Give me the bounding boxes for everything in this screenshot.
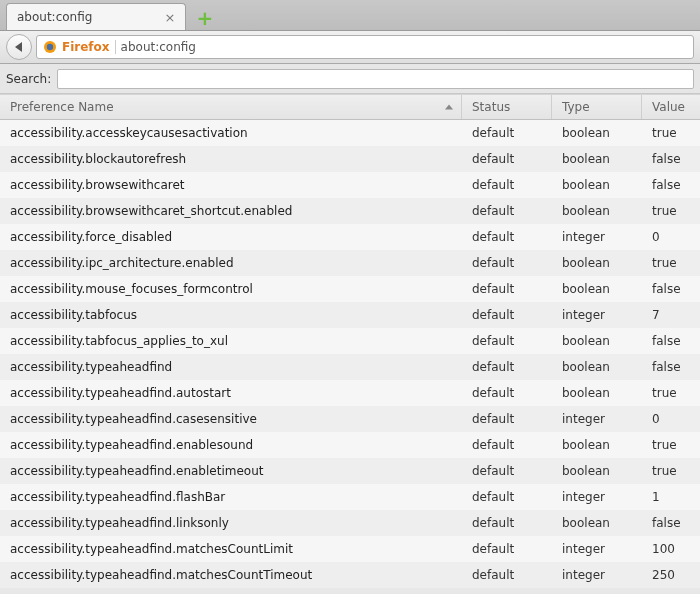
cell-value: false xyxy=(642,152,700,166)
url-bar[interactable]: Firefox about:config xyxy=(36,35,694,59)
table-row[interactable]: accessibility.typeaheadfinddefaultboolea… xyxy=(0,354,700,380)
table-header: Preference Name Status Type Value xyxy=(0,94,700,120)
cell-value: false xyxy=(642,360,700,374)
column-header-type-label: Type xyxy=(562,100,590,114)
cell-status: default xyxy=(462,126,552,140)
table-row[interactable]: accessibility.typeaheadfind.linksonlydef… xyxy=(0,510,700,536)
table-row[interactable]: accessibility.tabfocusdefaultinteger7 xyxy=(0,302,700,328)
back-arrow-icon xyxy=(15,42,22,52)
cell-type: integer xyxy=(552,542,642,556)
cell-type: integer xyxy=(552,230,642,244)
cell-type: integer xyxy=(552,308,642,322)
table-row[interactable]: accessibility.browsewithcaret_shortcut.e… xyxy=(0,198,700,224)
cell-value: 7 xyxy=(642,308,700,322)
cell-type: boolean xyxy=(552,464,642,478)
cell-name: accessibility.ipc_architecture.enabled xyxy=(0,256,462,270)
cell-status: default xyxy=(462,230,552,244)
browser-tab[interactable]: about:config × xyxy=(6,3,186,30)
cell-status: default xyxy=(462,152,552,166)
cell-value: true xyxy=(642,204,700,218)
cell-name: accessibility.tabfocus_applies_to_xul xyxy=(0,334,462,348)
cell-name: accessibility.typeaheadfind xyxy=(0,360,462,374)
table-row[interactable]: accessibility.accesskeycausesactivationd… xyxy=(0,120,700,146)
column-header-status[interactable]: Status xyxy=(462,95,552,119)
search-row: Search: xyxy=(0,64,700,94)
cell-value: false xyxy=(642,282,700,296)
cell-type: boolean xyxy=(552,204,642,218)
cell-status: default xyxy=(462,386,552,400)
cell-type: boolean xyxy=(552,386,642,400)
cell-type: boolean xyxy=(552,360,642,374)
cell-type: boolean xyxy=(552,256,642,270)
table-row[interactable]: accessibility.browsewithcaretdefaultbool… xyxy=(0,172,700,198)
cell-status: default xyxy=(462,256,552,270)
new-tab-button[interactable]: + xyxy=(192,6,218,30)
cell-name: accessibility.tabfocus xyxy=(0,308,462,322)
identity-label: Firefox xyxy=(62,40,110,54)
cell-value: true xyxy=(642,126,700,140)
close-tab-icon[interactable]: × xyxy=(163,10,177,24)
cell-status: default xyxy=(462,568,552,582)
nav-toolbar: Firefox about:config xyxy=(0,31,700,64)
cell-value: false xyxy=(642,334,700,348)
cell-value: 0 xyxy=(642,412,700,426)
tab-title: about:config xyxy=(17,10,163,24)
cell-type: boolean xyxy=(552,516,642,530)
table-row[interactable]: accessibility.typeaheadfind.flashBardefa… xyxy=(0,484,700,510)
cell-type: integer xyxy=(552,412,642,426)
table-row[interactable]: accessibility.typeaheadfind.enablesoundd… xyxy=(0,432,700,458)
cell-type: integer xyxy=(552,490,642,504)
cell-type: boolean xyxy=(552,152,642,166)
column-header-type[interactable]: Type xyxy=(552,95,642,119)
cell-type: boolean xyxy=(552,178,642,192)
column-header-status-label: Status xyxy=(472,100,510,114)
cell-value: 100 xyxy=(642,542,700,556)
cell-value: true xyxy=(642,438,700,452)
cell-status: default xyxy=(462,360,552,374)
cell-name: accessibility.browsewithcaret_shortcut.e… xyxy=(0,204,462,218)
cell-name: accessibility.typeaheadfind.matchesCount… xyxy=(0,542,462,556)
cell-status: default xyxy=(462,464,552,478)
search-label: Search: xyxy=(6,72,51,86)
table-row[interactable]: accessibility.blockautorefreshdefaultboo… xyxy=(0,146,700,172)
cell-status: default xyxy=(462,490,552,504)
search-input[interactable] xyxy=(57,69,694,89)
cell-status: default xyxy=(462,412,552,426)
table-row[interactable]: accessibility.ipc_architecture.enabledde… xyxy=(0,250,700,276)
cell-name: accessibility.typeaheadfind.flashBar xyxy=(0,490,462,504)
column-header-name[interactable]: Preference Name xyxy=(0,95,462,119)
table-row[interactable]: accessibility.typeaheadfind.casesensitiv… xyxy=(0,406,700,432)
table-row[interactable]: accessibility.typeaheadfind.enabletimeou… xyxy=(0,458,700,484)
back-button[interactable] xyxy=(6,34,32,60)
table-row[interactable]: accessibility.typeaheadfind.autostartdef… xyxy=(0,380,700,406)
cell-value: true xyxy=(642,256,700,270)
cell-value: false xyxy=(642,178,700,192)
cell-name: accessibility.typeaheadfind.casesensitiv… xyxy=(0,412,462,426)
cell-status: default xyxy=(462,542,552,556)
cell-name: accessibility.typeaheadfind.linksonly xyxy=(0,516,462,530)
svg-point-1 xyxy=(47,44,53,50)
sort-ascending-icon xyxy=(445,105,453,110)
cell-value: false xyxy=(642,516,700,530)
table-row[interactable]: accessibility.force_disableddefaultinteg… xyxy=(0,224,700,250)
cell-value: true xyxy=(642,386,700,400)
cell-value: 1 xyxy=(642,490,700,504)
cell-status: default xyxy=(462,516,552,530)
column-header-value[interactable]: Value xyxy=(642,95,700,119)
cell-type: boolean xyxy=(552,334,642,348)
cell-name: accessibility.accesskeycausesactivation xyxy=(0,126,462,140)
cell-name: accessibility.browsewithcaret xyxy=(0,178,462,192)
table-row[interactable]: accessibility.typeaheadfind.matchesCount… xyxy=(0,562,700,588)
cell-status: default xyxy=(462,308,552,322)
column-header-value-label: Value xyxy=(652,100,685,114)
table-row[interactable]: accessibility.tabfocus_applies_to_xuldef… xyxy=(0,328,700,354)
cell-status: default xyxy=(462,438,552,452)
cell-name: accessibility.typeaheadfind.autostart xyxy=(0,386,462,400)
cell-status: default xyxy=(462,282,552,296)
cell-status: default xyxy=(462,178,552,192)
table-row[interactable]: accessibility.mouse_focuses_formcontrold… xyxy=(0,276,700,302)
table-row[interactable]: accessibility.typeaheadfind.matchesCount… xyxy=(0,536,700,562)
tab-strip: about:config × + xyxy=(0,0,700,31)
cell-name: accessibility.typeaheadfind.matchesCount… xyxy=(0,568,462,582)
cell-name: accessibility.typeaheadfind.enablesound xyxy=(0,438,462,452)
